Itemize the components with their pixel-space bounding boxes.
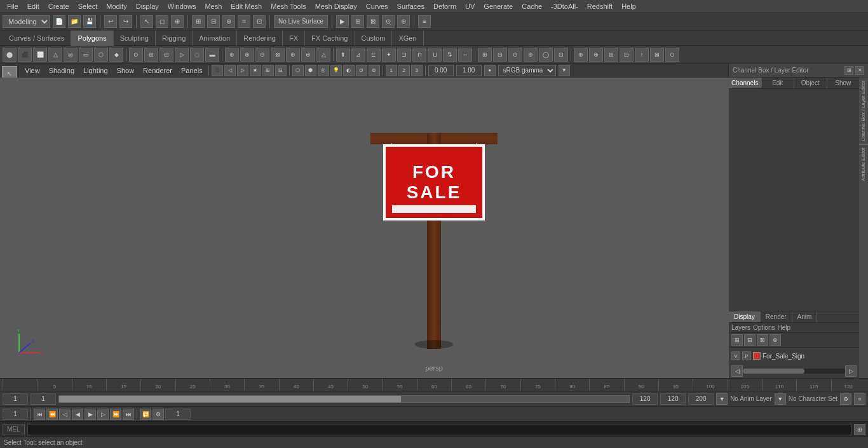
tb-mirror[interactable]: ⊜ — [301, 48, 315, 62]
gamma-field[interactable] — [428, 65, 454, 76]
tb-nurbs-cube[interactable]: ⊞ — [144, 48, 158, 62]
tb-plane[interactable]: ▭ — [79, 48, 93, 62]
scroll-left-btn[interactable]: ◁ — [731, 365, 743, 377]
layers-menu-label[interactable]: Layers — [731, 324, 750, 331]
tb-smooth[interactable]: ⊛ — [286, 48, 300, 62]
scroll-track[interactable] — [743, 369, 845, 374]
menu-uv[interactable]: UV — [461, 1, 479, 11]
tb-separate[interactable]: ⊗ — [240, 48, 254, 62]
pb-current-frame[interactable] — [3, 409, 28, 420]
new-scene-btn[interactable]: 📄 — [53, 15, 65, 28]
layer-row-forsalesign[interactable]: V P For_Sale_Sign — [729, 349, 859, 363]
tb-weld[interactable]: ⊗ — [589, 48, 603, 62]
pb-goto-end[interactable]: ⏭ — [123, 409, 134, 420]
range-end-field[interactable] — [688, 393, 714, 405]
tb-harden[interactable]: ⊠ — [650, 48, 664, 62]
tick-115[interactable]: 115 — [796, 379, 831, 391]
tb-bevel[interactable]: ⊿ — [351, 48, 365, 62]
vt-next-btn[interactable]: ▷ — [237, 65, 248, 76]
vt-view[interactable]: View — [22, 65, 43, 76]
layer-p-btn[interactable]: P — [742, 351, 751, 360]
vt-shading[interactable]: Shading — [46, 65, 78, 76]
pb-step-fwd[interactable]: ⏩ — [110, 409, 121, 420]
pb-start-frame[interactable] — [165, 409, 191, 420]
tb-slide[interactable]: ⊝ — [508, 48, 522, 62]
tick-65[interactable]: 65 — [451, 379, 485, 391]
tb-cylinder[interactable]: ⬜ — [33, 48, 47, 62]
undo-btn[interactable]: ↩ — [104, 15, 117, 28]
tick-20[interactable]: 20 — [140, 379, 175, 391]
layer-tb-4[interactable]: ⊛ — [770, 334, 781, 346]
tick-75[interactable]: 75 — [520, 379, 555, 391]
layer-tab-display[interactable]: Display — [729, 311, 761, 322]
layer-tb-1[interactable]: ⊞ — [731, 334, 743, 346]
pb-goto-start[interactable]: ⏮ — [34, 409, 45, 420]
tb-wedge[interactable]: ⊐ — [397, 48, 411, 62]
tb-fill-hole[interactable]: ⊡ — [554, 48, 568, 62]
snap-1[interactable]: ⊞ — [192, 15, 205, 28]
render-3[interactable]: ⊠ — [367, 15, 379, 28]
tb-combine[interactable]: ⊕ — [225, 48, 239, 62]
tick-50[interactable]: 50 — [348, 379, 382, 391]
menu-edit[interactable]: Edit — [23, 1, 44, 11]
tb-nurbs-plane[interactable]: ▬ — [205, 48, 219, 62]
pb-loop-btn[interactable]: 🔁 — [140, 409, 151, 420]
tick-60[interactable]: 60 — [417, 379, 451, 391]
tick-110[interactable]: 110 — [762, 379, 796, 391]
frame-current-field[interactable] — [31, 393, 56, 405]
tb-bridge[interactable]: ⊏ — [367, 48, 381, 62]
menu-redshift[interactable]: Redshift — [583, 1, 617, 11]
tab-xgen[interactable]: XGen — [392, 31, 423, 46]
tb-crease[interactable]: ⊞ — [604, 48, 618, 62]
tb-soften[interactable]: ⊙ — [665, 48, 679, 62]
snap-5[interactable]: ⊡ — [253, 15, 266, 28]
tb-nurbs-torus[interactable]: ◌ — [190, 48, 204, 62]
tick-40[interactable]: 40 — [279, 379, 313, 391]
menu-deform[interactable]: Deform — [429, 1, 461, 11]
tab-fx[interactable]: FX — [283, 31, 305, 46]
frame-start-field[interactable] — [3, 393, 28, 405]
pb-settings-btn[interactable]: ⚙ — [153, 409, 164, 420]
tab-animation[interactable]: Animation — [193, 31, 237, 46]
tb-merge[interactable]: ⊓ — [412, 48, 426, 62]
render-4[interactable]: ⊙ — [382, 15, 395, 28]
open-scene-btn[interactable]: 📁 — [68, 15, 81, 28]
range-end-start[interactable] — [660, 393, 686, 405]
vt-cam-btn[interactable]: 🎥 — [212, 65, 223, 76]
select-tool-2[interactable]: ◻ — [156, 15, 168, 28]
menu-curves[interactable]: Curves — [362, 1, 393, 11]
tb-torus[interactable]: ◎ — [64, 48, 78, 62]
layer-tb-3[interactable]: ⊠ — [757, 334, 768, 346]
tb-boolean[interactable]: ⊠ — [271, 48, 285, 62]
cmd-mode-label[interactable]: MEL — [3, 424, 25, 435]
select-tool-btn[interactable]: ↖ — [140, 15, 153, 28]
vt-iso-btn[interactable]: ⊛ — [369, 65, 380, 76]
snap-4[interactable]: ⌗ — [238, 15, 250, 28]
tb-flip[interactable]: ⇅ — [443, 48, 457, 62]
vt-panels[interactable]: Panels — [178, 65, 206, 76]
vt-wire-btn[interactable]: ⬡ — [292, 65, 304, 76]
render-1[interactable]: ▶ — [336, 15, 349, 28]
tb-triangulate[interactable]: △ — [316, 48, 330, 62]
tb-circularize[interactable]: ◯ — [539, 48, 553, 62]
tab-rendering[interactable]: Rendering — [237, 31, 283, 46]
menu-3dtotall[interactable]: -3DtoAll- — [546, 1, 583, 11]
tick-120[interactable]: 120 — [831, 379, 865, 391]
frame-end-field[interactable] — [632, 393, 658, 405]
scene-area[interactable]: FOR SALE X Y — [19, 78, 728, 378]
save-scene-btn[interactable]: 💾 — [83, 15, 96, 28]
menu-mesh-display[interactable]: Mesh Display — [311, 1, 362, 11]
tb-collapse[interactable]: ⊔ — [428, 48, 442, 62]
bc-settings-btn[interactable]: ⚙ — [840, 393, 851, 405]
menu-create[interactable]: Create — [44, 1, 74, 11]
menu-display[interactable]: Display — [132, 1, 163, 11]
pb-play-fwd[interactable]: ▶ — [85, 409, 96, 420]
tb-platonic[interactable]: ◆ — [109, 48, 123, 62]
menu-windows[interactable]: Windows — [163, 1, 201, 11]
panel-float-btn[interactable]: ⊞ — [844, 66, 853, 75]
layer-tab-render[interactable]: Render — [761, 311, 792, 322]
command-input[interactable] — [27, 424, 851, 435]
tb-nurbs-cone[interactable]: ▷ — [175, 48, 189, 62]
tb-nurbs-sphere[interactable]: ⊙ — [129, 48, 143, 62]
channel-box-tab-side[interactable]: Channel Box / Layer Editor — [859, 78, 868, 144]
